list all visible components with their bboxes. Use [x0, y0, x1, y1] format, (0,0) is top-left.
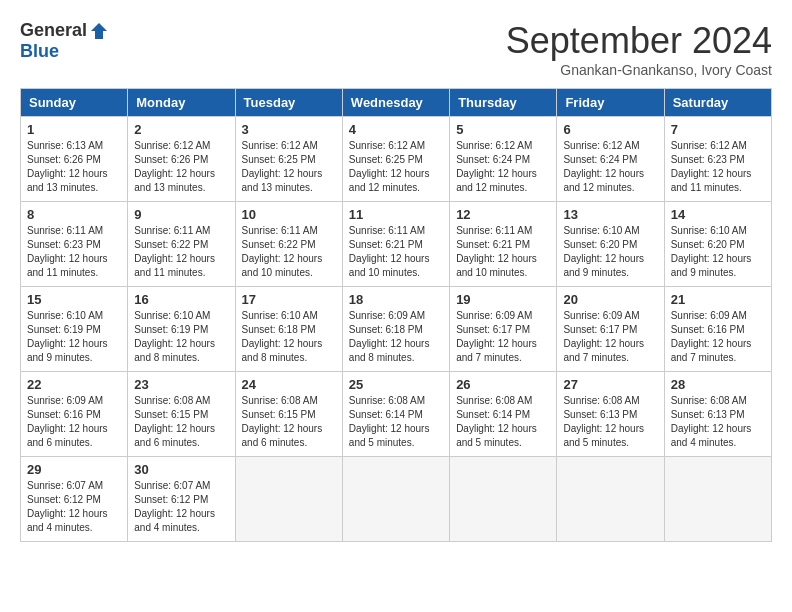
day-info: Sunrise: 6:08 AMSunset: 6:15 PMDaylight:… [134, 394, 228, 450]
day-number: 24 [242, 377, 336, 392]
table-row: 3Sunrise: 6:12 AMSunset: 6:25 PMDaylight… [235, 117, 342, 202]
table-row [664, 457, 771, 542]
table-row: 22Sunrise: 6:09 AMSunset: 6:16 PMDayligh… [21, 372, 128, 457]
day-info: Sunrise: 6:07 AMSunset: 6:12 PMDaylight:… [134, 479, 228, 535]
day-number: 13 [563, 207, 657, 222]
day-info: Sunrise: 6:11 AMSunset: 6:21 PMDaylight:… [349, 224, 443, 280]
day-info: Sunrise: 6:10 AMSunset: 6:19 PMDaylight:… [27, 309, 121, 365]
day-number: 2 [134, 122, 228, 137]
table-row: 21Sunrise: 6:09 AMSunset: 6:16 PMDayligh… [664, 287, 771, 372]
location-subtitle: Gnankan-Gnankanso, Ivory Coast [506, 62, 772, 78]
day-number: 30 [134, 462, 228, 477]
day-info: Sunrise: 6:12 AMSunset: 6:26 PMDaylight:… [134, 139, 228, 195]
page-header: General Blue September 2024 Gnankan-Gnan… [20, 20, 772, 78]
day-number: 15 [27, 292, 121, 307]
day-number: 21 [671, 292, 765, 307]
table-row [450, 457, 557, 542]
table-row: 12Sunrise: 6:11 AMSunset: 6:21 PMDayligh… [450, 202, 557, 287]
day-number: 4 [349, 122, 443, 137]
table-row: 4Sunrise: 6:12 AMSunset: 6:25 PMDaylight… [342, 117, 449, 202]
header-friday: Friday [557, 89, 664, 117]
table-row: 28Sunrise: 6:08 AMSunset: 6:13 PMDayligh… [664, 372, 771, 457]
calendar-week-row: 22Sunrise: 6:09 AMSunset: 6:16 PMDayligh… [21, 372, 772, 457]
header-wednesday: Wednesday [342, 89, 449, 117]
table-row: 10Sunrise: 6:11 AMSunset: 6:22 PMDayligh… [235, 202, 342, 287]
table-row: 19Sunrise: 6:09 AMSunset: 6:17 PMDayligh… [450, 287, 557, 372]
title-section: September 2024 Gnankan-Gnankanso, Ivory … [506, 20, 772, 78]
day-number: 27 [563, 377, 657, 392]
logo-general: General [20, 20, 87, 41]
day-info: Sunrise: 6:10 AMSunset: 6:20 PMDaylight:… [563, 224, 657, 280]
day-info: Sunrise: 6:10 AMSunset: 6:18 PMDaylight:… [242, 309, 336, 365]
calendar-week-row: 15Sunrise: 6:10 AMSunset: 6:19 PMDayligh… [21, 287, 772, 372]
header-saturday: Saturday [664, 89, 771, 117]
day-number: 12 [456, 207, 550, 222]
day-number: 18 [349, 292, 443, 307]
logo-icon [89, 21, 109, 41]
day-info: Sunrise: 6:12 AMSunset: 6:24 PMDaylight:… [456, 139, 550, 195]
table-row: 29Sunrise: 6:07 AMSunset: 6:12 PMDayligh… [21, 457, 128, 542]
day-info: Sunrise: 6:09 AMSunset: 6:16 PMDaylight:… [671, 309, 765, 365]
table-row: 20Sunrise: 6:09 AMSunset: 6:17 PMDayligh… [557, 287, 664, 372]
table-row: 1Sunrise: 6:13 AMSunset: 6:26 PMDaylight… [21, 117, 128, 202]
day-number: 29 [27, 462, 121, 477]
table-row: 25Sunrise: 6:08 AMSunset: 6:14 PMDayligh… [342, 372, 449, 457]
table-row: 26Sunrise: 6:08 AMSunset: 6:14 PMDayligh… [450, 372, 557, 457]
day-info: Sunrise: 6:12 AMSunset: 6:23 PMDaylight:… [671, 139, 765, 195]
table-row: 24Sunrise: 6:08 AMSunset: 6:15 PMDayligh… [235, 372, 342, 457]
table-row: 17Sunrise: 6:10 AMSunset: 6:18 PMDayligh… [235, 287, 342, 372]
table-row: 14Sunrise: 6:10 AMSunset: 6:20 PMDayligh… [664, 202, 771, 287]
day-info: Sunrise: 6:08 AMSunset: 6:13 PMDaylight:… [671, 394, 765, 450]
table-row: 27Sunrise: 6:08 AMSunset: 6:13 PMDayligh… [557, 372, 664, 457]
day-info: Sunrise: 6:13 AMSunset: 6:26 PMDaylight:… [27, 139, 121, 195]
table-row: 18Sunrise: 6:09 AMSunset: 6:18 PMDayligh… [342, 287, 449, 372]
day-info: Sunrise: 6:11 AMSunset: 6:22 PMDaylight:… [242, 224, 336, 280]
header-tuesday: Tuesday [235, 89, 342, 117]
table-row: 30Sunrise: 6:07 AMSunset: 6:12 PMDayligh… [128, 457, 235, 542]
day-number: 9 [134, 207, 228, 222]
day-info: Sunrise: 6:11 AMSunset: 6:21 PMDaylight:… [456, 224, 550, 280]
month-title: September 2024 [506, 20, 772, 62]
table-row: 9Sunrise: 6:11 AMSunset: 6:22 PMDaylight… [128, 202, 235, 287]
day-number: 28 [671, 377, 765, 392]
day-info: Sunrise: 6:08 AMSunset: 6:15 PMDaylight:… [242, 394, 336, 450]
day-info: Sunrise: 6:09 AMSunset: 6:17 PMDaylight:… [456, 309, 550, 365]
day-info: Sunrise: 6:10 AMSunset: 6:20 PMDaylight:… [671, 224, 765, 280]
day-info: Sunrise: 6:08 AMSunset: 6:14 PMDaylight:… [349, 394, 443, 450]
table-row [557, 457, 664, 542]
table-row: 23Sunrise: 6:08 AMSunset: 6:15 PMDayligh… [128, 372, 235, 457]
logo-blue: Blue [20, 41, 59, 62]
day-info: Sunrise: 6:08 AMSunset: 6:13 PMDaylight:… [563, 394, 657, 450]
day-info: Sunrise: 6:10 AMSunset: 6:19 PMDaylight:… [134, 309, 228, 365]
day-number: 8 [27, 207, 121, 222]
table-row: 6Sunrise: 6:12 AMSunset: 6:24 PMDaylight… [557, 117, 664, 202]
table-row: 7Sunrise: 6:12 AMSunset: 6:23 PMDaylight… [664, 117, 771, 202]
table-row: 13Sunrise: 6:10 AMSunset: 6:20 PMDayligh… [557, 202, 664, 287]
day-info: Sunrise: 6:08 AMSunset: 6:14 PMDaylight:… [456, 394, 550, 450]
day-number: 7 [671, 122, 765, 137]
day-number: 16 [134, 292, 228, 307]
day-number: 14 [671, 207, 765, 222]
calendar-week-row: 1Sunrise: 6:13 AMSunset: 6:26 PMDaylight… [21, 117, 772, 202]
table-row [235, 457, 342, 542]
day-info: Sunrise: 6:07 AMSunset: 6:12 PMDaylight:… [27, 479, 121, 535]
table-row: 8Sunrise: 6:11 AMSunset: 6:23 PMDaylight… [21, 202, 128, 287]
day-number: 1 [27, 122, 121, 137]
logo: General Blue [20, 20, 109, 62]
header-monday: Monday [128, 89, 235, 117]
table-row: 5Sunrise: 6:12 AMSunset: 6:24 PMDaylight… [450, 117, 557, 202]
table-row [342, 457, 449, 542]
day-number: 25 [349, 377, 443, 392]
day-number: 20 [563, 292, 657, 307]
table-row: 2Sunrise: 6:12 AMSunset: 6:26 PMDaylight… [128, 117, 235, 202]
day-number: 11 [349, 207, 443, 222]
day-info: Sunrise: 6:12 AMSunset: 6:25 PMDaylight:… [242, 139, 336, 195]
table-row: 16Sunrise: 6:10 AMSunset: 6:19 PMDayligh… [128, 287, 235, 372]
svg-marker-0 [91, 23, 107, 39]
day-number: 5 [456, 122, 550, 137]
day-info: Sunrise: 6:09 AMSunset: 6:16 PMDaylight:… [27, 394, 121, 450]
day-number: 10 [242, 207, 336, 222]
day-number: 17 [242, 292, 336, 307]
day-info: Sunrise: 6:09 AMSunset: 6:17 PMDaylight:… [563, 309, 657, 365]
day-info: Sunrise: 6:11 AMSunset: 6:22 PMDaylight:… [134, 224, 228, 280]
